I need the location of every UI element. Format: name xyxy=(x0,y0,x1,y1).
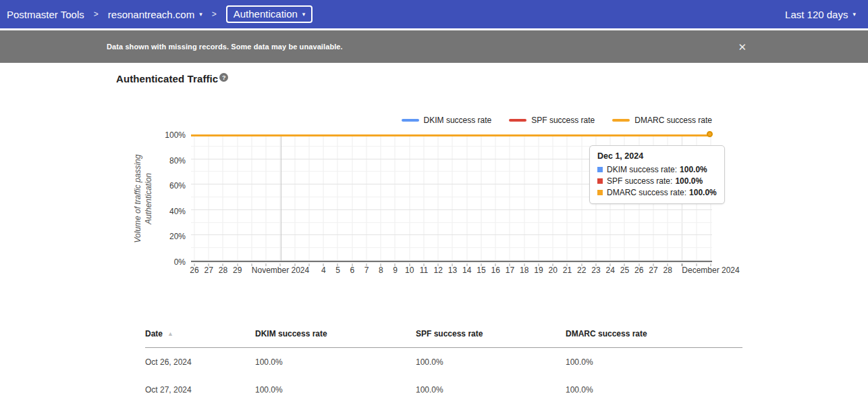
chart-tooltip: Dec 1, 2024 DKIM success rate:100.0%SPF … xyxy=(589,145,725,204)
date-range-label: Last 120 days xyxy=(785,9,848,20)
x-axis-label: 15 xyxy=(477,266,485,275)
tooltip-series-swatch xyxy=(597,190,603,195)
tooltip-series-label: DKIM success rate: xyxy=(607,165,677,174)
table-body: Oct 26, 2024100.0%100.0%100.0%Oct 27, 20… xyxy=(145,348,742,402)
chevron-down-icon: ▾ xyxy=(302,11,306,18)
y-axis-title: Volume of traffic passing Authentication xyxy=(132,145,155,253)
x-axis-label: 29 xyxy=(233,266,242,275)
table-row[interactable]: Oct 26, 2024100.0%100.0%100.0% xyxy=(145,348,742,376)
x-axis-label: November 2024 xyxy=(252,266,309,275)
x-axis-label: 7 xyxy=(364,266,369,275)
top-app-bar: Postmaster Tools > resonantreach.com ▾ >… xyxy=(0,0,868,28)
x-axis-label: 27 xyxy=(649,266,657,275)
tooltip-series-swatch xyxy=(597,167,603,172)
banner-message: Data shown with missing records. Some da… xyxy=(107,43,343,51)
sort-asc-icon: ▲ xyxy=(167,330,173,337)
tooltip-date: Dec 1, 2024 xyxy=(597,151,717,161)
legend-label: DKIM success rate xyxy=(424,116,492,125)
x-axis-label: 21 xyxy=(563,266,572,275)
table-header-cell[interactable]: DMARC success rate xyxy=(566,329,742,338)
table-cell: 100.0% xyxy=(416,357,566,367)
tooltip-series-swatch xyxy=(597,178,603,184)
x-axis: 26272829November 20244567891011121314151… xyxy=(191,266,712,276)
x-axis-label: 18 xyxy=(520,266,528,275)
x-axis-label: 19 xyxy=(534,266,543,275)
table-header-cell[interactable]: SPF success rate xyxy=(416,329,566,338)
chart-plot-area[interactable]: Dec 1, 2024 DKIM success rate:100.0%SPF … xyxy=(191,135,712,262)
chart-legend: DKIM success rateSPF success rateDMARC s… xyxy=(191,115,712,125)
x-axis-label: 14 xyxy=(462,266,471,275)
y-tick-label: 80% xyxy=(169,156,186,166)
x-axis-label: 20 xyxy=(549,266,558,275)
x-axis-label: 16 xyxy=(491,266,500,275)
legend-label: DMARC success rate xyxy=(634,116,712,125)
x-axis-label: 26 xyxy=(190,266,198,275)
chevron-right-icon: > xyxy=(94,9,99,19)
table-header-cell[interactable]: DKIM success rate xyxy=(255,329,416,338)
tooltip-series-value: 100.0% xyxy=(680,165,707,174)
table-cell: 100.0% xyxy=(416,385,566,395)
breadcrumb: Postmaster Tools > resonantreach.com ▾ >… xyxy=(7,5,313,23)
legend-item[interactable]: DKIM success rate xyxy=(402,116,492,125)
chevron-right-icon: > xyxy=(212,9,217,19)
tooltip-rows: DKIM success rate:100.0%SPF success rate… xyxy=(597,165,717,197)
x-axis-label: 28 xyxy=(219,266,227,275)
tooltip-row: DKIM success rate:100.0% xyxy=(597,165,717,174)
page-title: Authenticated Traffic xyxy=(116,73,218,84)
x-axis-label: 25 xyxy=(620,266,629,275)
tooltip-series-label: DMARC success rate: xyxy=(607,188,686,197)
table-header-cell[interactable]: Date▲ xyxy=(145,329,255,338)
x-axis-label: 24 xyxy=(606,266,615,275)
y-tick-label: 0% xyxy=(174,257,186,267)
x-axis-label: 5 xyxy=(335,266,340,275)
x-axis-label: December 2024 xyxy=(682,266,739,275)
table-header-label: DMARC success rate xyxy=(566,329,647,338)
date-range-selector[interactable]: Last 120 days ▾ xyxy=(785,9,861,20)
x-axis-label: 12 xyxy=(434,266,443,275)
legend-item[interactable]: DMARC success rate xyxy=(612,116,712,125)
app-title: Postmaster Tools xyxy=(7,9,84,20)
month-divider-line xyxy=(281,135,281,261)
tooltip-series-label: SPF success rate: xyxy=(607,176,672,186)
table-cell: Oct 26, 2024 xyxy=(145,357,255,367)
x-axis-label: 4 xyxy=(321,266,326,275)
tooltip-row: SPF success rate:100.0% xyxy=(597,176,717,186)
y-tick-label: 40% xyxy=(169,207,186,216)
domain-selector[interactable]: resonantreach.com ▾ xyxy=(108,9,202,20)
help-icon[interactable]: ? xyxy=(219,73,228,82)
close-icon[interactable]: ✕ xyxy=(738,42,747,52)
x-axis-label: 26 xyxy=(634,266,643,275)
legend-swatch xyxy=(509,119,526,122)
y-tick-label: 60% xyxy=(169,181,186,191)
y-axis: 100%80%60%40%20%0% xyxy=(154,135,186,263)
table-cell: 100.0% xyxy=(255,385,416,395)
x-axis-label: 13 xyxy=(448,266,457,275)
legend-swatch xyxy=(402,119,419,122)
table-header-label: SPF success rate xyxy=(416,329,483,338)
table-header-label: DKIM success rate xyxy=(255,329,327,338)
legend-item[interactable]: SPF success rate xyxy=(509,116,595,125)
dmarc-series-line xyxy=(191,134,711,136)
section-selector[interactable]: Authentication ▾ xyxy=(226,5,313,23)
table-row[interactable]: Oct 27, 2024100.0%100.0%100.0% xyxy=(145,376,742,402)
x-axis-label: 23 xyxy=(591,266,600,275)
tooltip-row: DMARC success rate:100.0% xyxy=(597,188,717,197)
y-tick-label: 20% xyxy=(169,232,186,241)
data-point-marker[interactable] xyxy=(707,131,713,137)
table-cell: 100.0% xyxy=(255,357,416,367)
x-axis-label: 10 xyxy=(405,266,414,275)
x-axis-label: 27 xyxy=(205,266,213,275)
legend-label: SPF success rate xyxy=(531,116,595,125)
table-header-row: Date▲DKIM success rateSPF success rateDM… xyxy=(145,329,742,338)
table-cell: 100.0% xyxy=(566,385,742,395)
legend-swatch xyxy=(612,119,630,122)
x-axis-label: 28 xyxy=(663,266,672,275)
x-axis-label: 6 xyxy=(350,266,354,275)
x-axis-label: 8 xyxy=(379,266,383,275)
table-cell: 100.0% xyxy=(566,357,742,367)
table-header-label: Date xyxy=(145,329,163,338)
tooltip-series-value: 100.0% xyxy=(689,188,717,197)
missing-data-banner: Data shown with missing records. Some da… xyxy=(0,30,868,63)
x-axis-label: 11 xyxy=(420,266,428,275)
x-axis-label: 17 xyxy=(506,266,514,275)
